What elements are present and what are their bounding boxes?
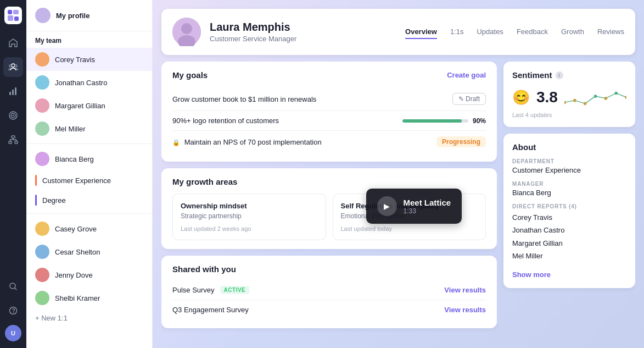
lock-icon: 🔒 xyxy=(172,139,180,146)
new-one-on-one-btn[interactable]: + New 1:1 xyxy=(26,310,152,327)
svg-point-22 xyxy=(564,101,566,104)
profile-name: Laura Memphis xyxy=(210,21,396,34)
about-reports-label: DIRECT REPORTS (4) xyxy=(512,203,626,209)
goal-progress-pct: 90% xyxy=(473,117,486,125)
svg-rect-1 xyxy=(13,10,19,14)
goals-card: My goals Create goal Grow customer book … xyxy=(161,62,497,162)
play-button[interactable]: ▶ xyxy=(377,196,397,216)
sidebar-item-jenny[interactable]: Jenny Dove xyxy=(26,263,152,286)
goal-progress-bar xyxy=(402,119,468,123)
app-logo[interactable] xyxy=(4,7,22,24)
target-nav-icon[interactable] xyxy=(3,106,23,125)
growth-card-2: Self Regulation and Empathy Emotional in… xyxy=(333,194,486,240)
my-profile-item[interactable]: My profile xyxy=(26,0,152,31)
show-more-button[interactable]: Show more xyxy=(512,270,551,279)
tab-feedback[interactable]: Feedback xyxy=(517,25,548,39)
about-reports-list: Corey Travis Jonathan Castro Margaret Gi… xyxy=(512,211,626,263)
goal-name-3: 🔒 Maintain an NPS of 70 post implementat… xyxy=(172,138,430,146)
about-manager-section: MANAGER Bianca Berg xyxy=(512,181,626,197)
goals-title: My goals xyxy=(172,70,208,80)
sentiment-score-row: 😊 3.8 xyxy=(512,86,626,108)
sidebar-item-casey[interactable]: Casey Grove xyxy=(26,217,152,240)
avatar-shelbi xyxy=(35,291,49,305)
profile-tabs: Overview 1:1s Updates Feedback Growth Re… xyxy=(405,25,624,39)
goal-row-1: Grow customer book to $1 million in rene… xyxy=(172,87,486,111)
svg-point-4 xyxy=(12,64,15,67)
tab-updates[interactable]: Updates xyxy=(477,25,503,39)
icon-bar: ? U xyxy=(0,0,26,348)
avatar-mel xyxy=(35,121,49,136)
sentiment-emoji: 😊 xyxy=(512,89,530,106)
tab-growth[interactable]: Growth xyxy=(561,25,584,39)
growth-cards-container: Ownership mindset Strategic partnership … xyxy=(172,194,486,240)
about-reports-section: DIRECT REPORTS (4) Corey Travis Jonathan… xyxy=(512,203,626,263)
purple-bar-icon xyxy=(35,195,37,206)
tab-11s[interactable]: 1:1s xyxy=(450,25,464,39)
profile-title: Customer Service Manager xyxy=(210,35,396,43)
sidebar-item-bianca[interactable]: Bianca Berg xyxy=(26,147,152,170)
svg-rect-2 xyxy=(8,15,13,21)
goal-draft-badge: ✎ Draft xyxy=(452,93,486,105)
about-department-value: Customer Experience xyxy=(512,166,626,174)
svg-rect-8 xyxy=(12,90,14,95)
orange-bar-icon xyxy=(35,175,37,186)
sidebar-item-jonathan[interactable]: Jonathan Castro xyxy=(26,71,152,94)
search-nav-icon[interactable] xyxy=(3,277,23,296)
chart-nav-icon[interactable] xyxy=(3,81,23,101)
my-team-label: My team xyxy=(26,31,152,48)
tab-reviews[interactable]: Reviews xyxy=(597,25,624,39)
sidebar-item-mel[interactable]: Mel Miller xyxy=(26,117,152,140)
svg-rect-9 xyxy=(15,87,16,95)
svg-point-25 xyxy=(594,95,597,98)
sidebar-item-shelbi[interactable]: Shelbi Kramer xyxy=(26,286,152,310)
svg-rect-7 xyxy=(9,92,11,95)
progressing-badge: Progressing xyxy=(436,136,486,147)
growth-header: My growth areas xyxy=(172,177,486,187)
create-goal-button[interactable]: Create goal xyxy=(447,71,486,79)
sidebar-item-corey[interactable]: Corey Travis xyxy=(26,48,152,71)
svg-point-27 xyxy=(614,92,618,95)
avatar-casey xyxy=(35,222,49,236)
about-manager-value: Bianca Berg xyxy=(512,189,626,197)
people-nav-icon[interactable] xyxy=(3,57,23,77)
sentiment-last-updates: Last 4 updates xyxy=(512,112,626,118)
svg-point-12 xyxy=(13,115,14,117)
tab-overview[interactable]: Overview xyxy=(405,25,437,39)
sentiment-info-icon[interactable]: i xyxy=(556,71,563,79)
goals-header: My goals Create goal xyxy=(172,70,486,80)
meet-lattice-info: Meet Lattice 1:33 xyxy=(404,198,451,215)
user-avatar-icon[interactable]: U xyxy=(5,325,21,341)
growth-card-2-date: Last updated today xyxy=(341,225,478,232)
about-report-3: Margaret Gillian xyxy=(512,237,626,250)
sidebar-item-degree[interactable]: Degree xyxy=(26,190,152,210)
svg-point-23 xyxy=(573,99,576,102)
view-results-btn-1[interactable]: View results xyxy=(444,286,486,294)
goal-progress-wrap: 90% xyxy=(402,117,486,125)
sidebar-item-cesar[interactable]: Cesar Shelton xyxy=(26,240,152,263)
content-area: My goals Create goal Grow customer book … xyxy=(161,62,635,339)
org-nav-icon[interactable] xyxy=(3,130,23,150)
home-nav-icon[interactable] xyxy=(3,33,23,53)
svg-rect-0 xyxy=(8,10,12,14)
sentiment-chart xyxy=(564,86,626,108)
my-profile-avatar xyxy=(35,8,51,23)
sidebar-item-customer-exp[interactable]: Customer Experience xyxy=(26,170,152,190)
help-nav-icon[interactable]: ? xyxy=(3,301,23,321)
goal-row-2: 90%+ logo retention of customers 90% xyxy=(172,111,486,131)
about-card: About DEPARTMENT Customer Experience MAN… xyxy=(503,134,635,288)
meet-lattice-overlay[interactable]: ▶ Meet Lattice 1:33 xyxy=(366,189,462,224)
view-results-btn-2[interactable]: View results xyxy=(444,306,486,314)
shared-row-2-left: Q3 Engagement Survey xyxy=(172,306,249,314)
about-manager-label: MANAGER xyxy=(512,181,626,187)
svg-point-6 xyxy=(15,65,17,67)
svg-rect-14 xyxy=(9,141,12,143)
profile-card: Laura Memphis Customer Service Manager O… xyxy=(161,9,635,55)
about-report-1: Corey Travis xyxy=(512,211,626,224)
svg-point-28 xyxy=(625,96,626,99)
avatar-margaret xyxy=(35,98,49,113)
shared-row-2: Q3 Engagement Survey View results xyxy=(172,300,486,319)
goal-name-1: Grow customer book to $1 million in rene… xyxy=(172,95,446,103)
about-report-4: Mel Miller xyxy=(512,250,626,262)
sidebar-item-margaret[interactable]: Margaret Gillian xyxy=(26,94,152,117)
goal-progress-fill xyxy=(402,119,462,123)
